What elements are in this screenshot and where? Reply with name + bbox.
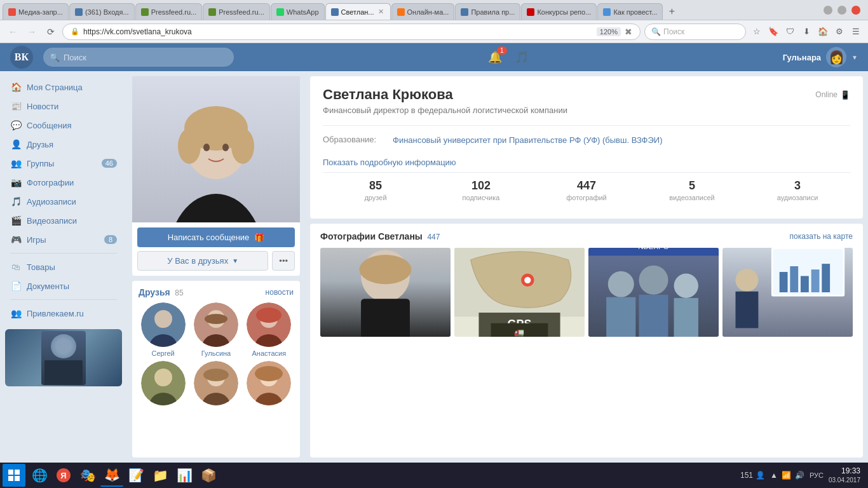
friend-item-gulsina[interactable]: Гульсина — [191, 302, 240, 357]
vk-logo[interactable]: ВК — [10, 46, 33, 69]
shield-icon[interactable]: 🛡 — [783, 25, 797, 39]
sidebar-item-photos[interactable]: 📷 Фотографии — [0, 173, 127, 192]
photo-thumb-2[interactable]: GPS 🚛 — [454, 248, 585, 337]
star-icon[interactable]: ☆ — [750, 25, 764, 39]
show-more-link[interactable]: Показать подробную информацию — [323, 158, 456, 167]
keyboard-lang[interactable]: РУС — [810, 471, 824, 479]
sidebar-item-news[interactable]: 📰 Новости — [0, 97, 127, 116]
browser-tab-tab8[interactable]: Правила пр... — [455, 3, 520, 20]
sidebar-label-audio: Аудиозаписи — [27, 197, 117, 207]
stat-friends[interactable]: 85 друзей — [323, 179, 428, 202]
stat-audio[interactable]: 3 аудиозаписи — [745, 179, 850, 202]
vk-user-avatar[interactable]: 👩 — [826, 47, 846, 67]
stat-subscribers[interactable]: 102 подписчика — [428, 179, 534, 202]
browser-tab-tab3[interactable]: Pressfeed.ru... — [135, 3, 203, 20]
download-icon[interactable]: ⬇ — [799, 25, 813, 39]
network-icon[interactable]: 📶 — [782, 471, 791, 480]
vk-search-box[interactable]: 🔍 — [43, 48, 234, 67]
sidebar-item-groups[interactable]: 👥 Группы 46 — [0, 154, 127, 173]
browser-tab-tab5[interactable]: WhatsApp — [271, 3, 325, 20]
sidebar-item-games[interactable]: 🎮 Игры 8 — [0, 230, 127, 249]
notifications-icon[interactable]: 🔔 1 — [488, 50, 502, 64]
address-text: https://vk.com/svetlana_krukova — [83, 27, 593, 36]
bookmark-icon[interactable]: 🔖 — [766, 25, 780, 39]
photo-thumb-3[interactable]: NDEXPO — [588, 248, 719, 337]
svg-point-8 — [203, 144, 210, 151]
browser-tab-tab2[interactable]: (361) Входя... — [69, 3, 135, 20]
browser-tab-tab1[interactable]: Медиа-запр... — [3, 3, 69, 20]
sidebar-item-video[interactable]: 🎬 Видеозаписи — [0, 211, 127, 230]
tab-favicon — [75, 8, 83, 16]
start-button[interactable] — [3, 464, 25, 487]
close-button[interactable] — [851, 6, 860, 15]
stat-videos[interactable]: 5 видеозаписей — [639, 179, 745, 202]
forward-button[interactable]: → — [24, 24, 39, 39]
map-link[interactable]: показать на карте — [790, 232, 853, 241]
clock-time: 19:33 — [829, 466, 860, 477]
taskbar-word[interactable]: 📝 — [125, 464, 147, 487]
sidebar-promo-card[interactable] — [5, 329, 122, 386]
back-button[interactable]: ← — [5, 24, 20, 39]
home-icon[interactable]: 🏠 — [816, 25, 830, 39]
tray-arrow-icon[interactable]: ▲ — [770, 471, 778, 480]
photo-thumb-4[interactable] — [722, 248, 853, 337]
sidebar-item-messages[interactable]: 💬 Сообщения — [0, 116, 127, 135]
taskbar-firefox[interactable]: 🦊 — [100, 464, 123, 487]
volume-icon[interactable]: 🔊 — [795, 471, 804, 480]
profile-edu-row: Образование: Финансовый университет при … — [323, 135, 850, 146]
browser-tab-tab10[interactable]: Как провест... — [597, 3, 663, 20]
sync-icon[interactable]: ⚙ — [832, 25, 846, 39]
friends-count: 85 — [175, 288, 183, 297]
sidebar-item-privy[interactable]: 👥 Привлекаем.ru — [0, 304, 127, 323]
photo-thumb-1[interactable] — [320, 248, 451, 337]
sidebar-item-goods[interactable]: 🛍 Товары — [0, 257, 127, 276]
sidebar-item-mypage[interactable]: 🏠 Моя Страница — [0, 78, 127, 97]
browser-tab-tab7[interactable]: Онлайн-ма... — [391, 3, 455, 20]
notification-badge: 1 — [497, 46, 507, 55]
window-controls[interactable] — [824, 6, 860, 15]
sidebar-item-docs[interactable]: 📄 Документы — [0, 276, 127, 295]
new-tab-button[interactable]: + — [663, 3, 680, 20]
sidebar-item-audio[interactable]: 🎵 Аудиозаписи — [0, 192, 127, 211]
reload-icon[interactable]: ✖ — [625, 27, 632, 37]
taskbar-clock[interactable]: 19:33 03.04.2017 — [829, 466, 860, 485]
minimize-button[interactable] — [824, 6, 832, 15]
tab-close-icon[interactable]: ✕ — [377, 8, 385, 16]
write-message-button[interactable]: Написать сообщение 🎁 — [137, 227, 295, 247]
address-input[interactable]: 🔒 https://vk.com/svetlana_krukova 120% ✖ — [62, 24, 641, 40]
taskbar-yandex[interactable]: Я — [52, 464, 75, 487]
search-box[interactable]: 🔍 Поиск — [644, 24, 746, 40]
photos-count: 447 — [427, 233, 440, 241]
friend-item-anastasia[interactable]: Анастасия — [245, 302, 294, 357]
search-placeholder: Поиск — [663, 27, 684, 36]
friend-item-4[interactable] — [139, 361, 187, 408]
sidebar-item-friends[interactable]: 👤 Друзья — [0, 135, 127, 154]
vk-search-input[interactable] — [64, 53, 227, 62]
friend-item-6[interactable] — [245, 361, 294, 408]
browser-tab-tab4[interactable]: Pressfeed.ru... — [203, 3, 270, 20]
friends-news-link[interactable]: новости — [266, 288, 294, 297]
friend-item-5[interactable] — [191, 361, 240, 408]
svg-point-22 — [154, 369, 172, 386]
mobile-icon: 📱 — [840, 90, 850, 100]
svg-text:Я: Я — [60, 471, 66, 480]
maximize-button[interactable] — [837, 6, 846, 15]
taskbar-explorer[interactable]: 📁 — [149, 464, 172, 487]
stat-photos[interactable]: 447 фотографий — [534, 179, 639, 202]
taskbar-ie[interactable]: 🌐 — [28, 464, 51, 487]
vk-main: 🏠 Моя Страница 📰 Новости 💬 Сообщения 👤 Д… — [0, 71, 868, 463]
taskbar-excel[interactable]: 📊 — [173, 464, 196, 487]
edu-value[interactable]: Финансовый университет при Правительстве… — [393, 135, 663, 146]
browser-tab-tab9[interactable]: Конкурсы репо... — [521, 3, 597, 20]
profile-photo[interactable] — [132, 76, 300, 222]
reload-button[interactable]: ⟳ — [43, 24, 58, 39]
menu-icon[interactable]: ☰ — [849, 25, 863, 39]
music-icon[interactable]: 🎵 — [515, 50, 529, 64]
friend-item-sergei[interactable]: Сергей — [139, 302, 187, 357]
friend-status-button[interactable]: У Вас в друзьях ▼ — [137, 251, 268, 271]
browser-tab-tab6[interactable]: Светлан... ✕ — [325, 3, 391, 20]
taskbar-app3[interactable]: 🎭 — [76, 464, 99, 487]
more-actions-button[interactable]: ••• — [272, 251, 295, 271]
taskbar-app8[interactable]: 📦 — [197, 464, 220, 487]
vk-user-menu[interactable]: Гульнара 👩 ▼ — [783, 47, 858, 67]
